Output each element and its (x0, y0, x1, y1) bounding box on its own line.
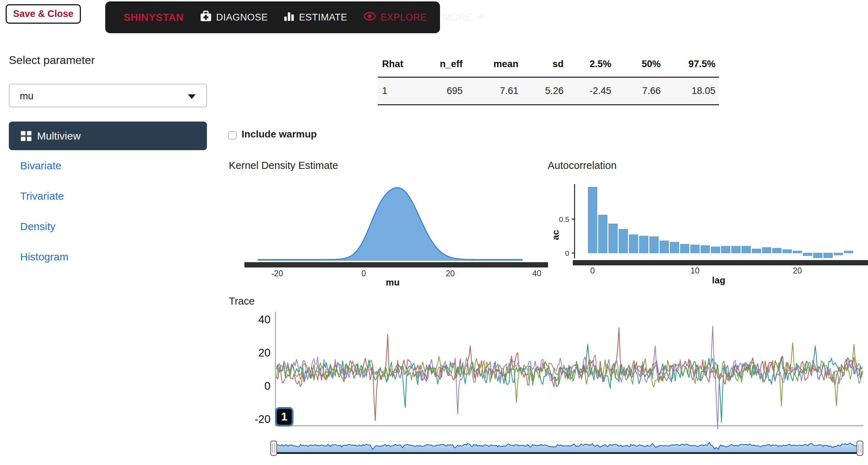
nav-item-label: MORE (443, 12, 472, 23)
cell-mean: 7.61 (466, 77, 522, 105)
nav-item-estimate[interactable]: ESTIMATE (284, 11, 347, 24)
svg-text:40: 40 (258, 313, 270, 326)
autocorrelation-plot-title: Autocorrelation (548, 160, 617, 171)
cell-sd: 5.26 (522, 77, 567, 105)
bar-chart-icon (284, 11, 295, 24)
svg-text:40: 40 (532, 269, 541, 278)
nav-item-label: EXPLORE (380, 12, 427, 23)
shinystan-app: Save & Close SHINYSTAN DIAGNOSE (0, 0, 868, 465)
caret-down-icon (478, 16, 484, 19)
parameter-select-value: mu (20, 90, 34, 102)
nav-item-more[interactable]: MORE (443, 12, 484, 23)
kde-plot: -2002040mu (240, 178, 551, 288)
col-q2-5: 2.5% (567, 52, 615, 77)
svg-text:10: 10 (690, 266, 700, 275)
col-q97-5: 97.5% (664, 52, 719, 77)
svg-text:0.5: 0.5 (559, 215, 569, 223)
svg-text:mu: mu (386, 277, 400, 288)
sidebar-item-bivariate[interactable]: Bivariate (20, 160, 61, 172)
cell-neff: 695 (413, 77, 466, 105)
sidebar-item-label: Multiview (37, 130, 81, 142)
svg-text:-20: -20 (255, 413, 270, 425)
svg-text:0: 0 (264, 380, 270, 392)
kde-plot-title: Kernel Density Estimate (229, 160, 338, 171)
sidebar-item-histogram[interactable]: Histogram (20, 251, 69, 263)
nav-item-label: DIAGNOSE (216, 12, 268, 23)
grid-icon (21, 131, 31, 141)
col-q50: 50% (615, 52, 664, 77)
cell-q50: 7.66 (615, 77, 664, 105)
medkit-icon (200, 11, 212, 24)
cell-rhat: 1 (378, 77, 413, 105)
trace-chain-badge[interactable]: 1 (275, 407, 293, 426)
sidebar-item-density[interactable]: Density (20, 220, 55, 232)
svg-text:20: 20 (793, 266, 802, 275)
summary-stats-table: Rhat n_eff mean sd 2.5% 50% 97.5% 1 695 … (378, 52, 719, 105)
range-handle-right[interactable] (857, 441, 863, 455)
svg-text:-20: -20 (271, 269, 283, 278)
svg-text:0: 0 (565, 249, 569, 257)
sidebar-item-multiview[interactable]: Multiview (9, 122, 207, 150)
nav-item-label: ESTIMATE (299, 12, 347, 23)
col-rhat: Rhat (378, 52, 413, 77)
svg-text:20: 20 (446, 269, 455, 278)
include-warmup-label: Include warmup (242, 129, 317, 140)
col-neff: n_eff (413, 52, 466, 77)
nav-item-explore[interactable]: EXPLORE (363, 12, 427, 23)
svg-text:ac: ac (550, 230, 561, 240)
cell-q97-5: 18.05 (664, 77, 719, 105)
trace-plot[interactable]: 40200-20 (226, 296, 865, 434)
col-sd: sd (522, 52, 567, 77)
trace-range-selector[interactable] (269, 440, 866, 457)
table-row: 1 695 7.61 5.26 -2.45 7.66 18.05 (378, 77, 719, 105)
col-mean: mean (466, 52, 522, 77)
svg-text:lag: lag (712, 275, 725, 286)
autocorrelation-plot: 00.501020lagac (545, 178, 868, 288)
parameter-select[interactable]: mu (9, 84, 207, 107)
cell-q2-5: -2.45 (567, 77, 615, 105)
svg-text:20: 20 (258, 347, 270, 359)
chevron-down-icon (188, 94, 196, 99)
eye-icon (363, 12, 376, 23)
save-close-button[interactable]: Save & Close (6, 4, 81, 24)
range-handle-left[interactable] (271, 441, 277, 455)
sidebar-item-trivariate[interactable]: Trivariate (20, 190, 64, 202)
stats-header-row: Rhat n_eff mean sd 2.5% 50% 97.5% (378, 52, 719, 77)
svg-text:0: 0 (590, 266, 595, 275)
include-warmup-checkbox[interactable] (228, 131, 237, 140)
nav-item-diagnose[interactable]: DIAGNOSE (200, 11, 268, 24)
top-navbar: SHINYSTAN DIAGNOSE ESTIMATE (105, 1, 440, 33)
brand-shinystan[interactable]: SHINYSTAN (124, 12, 184, 23)
svg-text:0: 0 (362, 269, 366, 278)
select-parameter-label: Select parameter (9, 54, 95, 67)
